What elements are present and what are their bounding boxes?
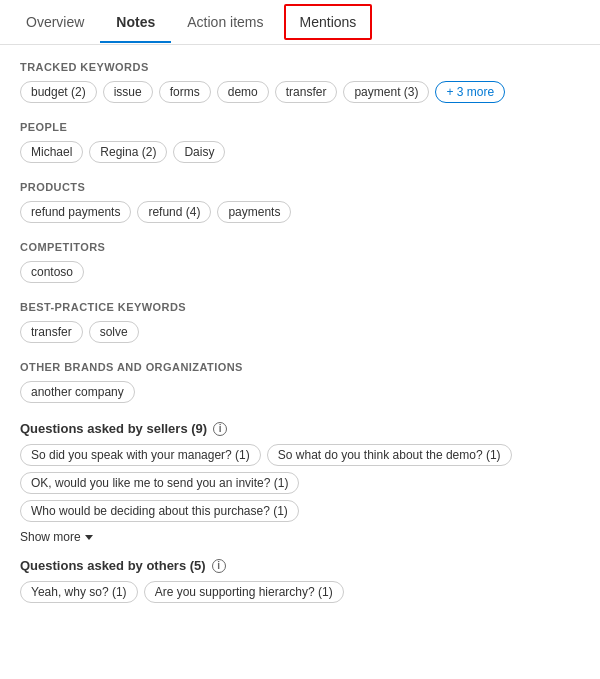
questions-sellers-header: Questions asked by sellers (9) i xyxy=(20,421,580,436)
question-tag[interactable]: OK, would you like me to send you an inv… xyxy=(20,472,299,494)
people-tags: MichaelRegina (2)Daisy xyxy=(20,141,580,163)
show-more-label: Show more xyxy=(20,530,81,544)
main-content: TRACKED KEYWORDS budget (2)issueformsdem… xyxy=(0,45,600,633)
tag[interactable]: budget (2) xyxy=(20,81,97,103)
best-practice-section: BEST-PRACTICE KEYWORDS transfersolve xyxy=(20,301,580,343)
questions-others-section: Questions asked by others (5) i Yeah, wh… xyxy=(20,558,580,603)
question-tag[interactable]: So what do you think about the demo? (1) xyxy=(267,444,512,466)
competitors-tags: contoso xyxy=(20,261,580,283)
tag[interactable]: Daisy xyxy=(173,141,225,163)
people-title: PEOPLE xyxy=(20,121,580,133)
tag[interactable]: payment (3) xyxy=(343,81,429,103)
tab-overview[interactable]: Overview xyxy=(10,2,100,42)
tag[interactable]: issue xyxy=(103,81,153,103)
tag[interactable]: transfer xyxy=(20,321,83,343)
best-practice-tags: transfersolve xyxy=(20,321,580,343)
tag[interactable]: another company xyxy=(20,381,135,403)
tag[interactable]: forms xyxy=(159,81,211,103)
competitors-section: COMPETITORS contoso xyxy=(20,241,580,283)
products-tags: refund paymentsrefund (4)payments xyxy=(20,201,580,223)
tag[interactable]: demo xyxy=(217,81,269,103)
tag[interactable]: refund (4) xyxy=(137,201,211,223)
tracked-keywords-tags: budget (2)issueformsdemotransferpayment … xyxy=(20,81,580,103)
people-section: PEOPLE MichaelRegina (2)Daisy xyxy=(20,121,580,163)
questions-others-info-icon[interactable]: i xyxy=(212,559,226,573)
products-title: PRODUCTS xyxy=(20,181,580,193)
chevron-down-icon xyxy=(85,535,93,540)
other-brands-section: OTHER BRANDS AND ORGANIZATIONS another c… xyxy=(20,361,580,403)
tracked-keywords-title: TRACKED KEYWORDS xyxy=(20,61,580,73)
tag[interactable]: contoso xyxy=(20,261,84,283)
show-more-button[interactable]: Show more xyxy=(20,530,580,544)
questions-sellers-info-icon[interactable]: i xyxy=(213,422,227,436)
questions-others-title: Questions asked by others (5) xyxy=(20,558,206,573)
tag[interactable]: payments xyxy=(217,201,291,223)
questions-sellers-tags: So did you speak with your manager? (1)S… xyxy=(20,444,580,522)
other-brands-title: OTHER BRANDS AND ORGANIZATIONS xyxy=(20,361,580,373)
question-tag[interactable]: So did you speak with your manager? (1) xyxy=(20,444,261,466)
tag[interactable]: Michael xyxy=(20,141,83,163)
questions-sellers-title: Questions asked by sellers (9) xyxy=(20,421,207,436)
questions-others-header: Questions asked by others (5) i xyxy=(20,558,580,573)
question-tag[interactable]: Are you supporting hierarchy? (1) xyxy=(144,581,344,603)
tab-action-items[interactable]: Action items xyxy=(171,2,279,42)
tag[interactable]: solve xyxy=(89,321,139,343)
other-brands-tags: another company xyxy=(20,381,580,403)
tag[interactable]: transfer xyxy=(275,81,338,103)
questions-others-tags: Yeah, why so? (1)Are you supporting hier… xyxy=(20,581,580,603)
question-tag[interactable]: Yeah, why so? (1) xyxy=(20,581,138,603)
tag[interactable]: refund payments xyxy=(20,201,131,223)
best-practice-title: BEST-PRACTICE KEYWORDS xyxy=(20,301,580,313)
questions-sellers-section: Questions asked by sellers (9) i So did … xyxy=(20,421,580,544)
tab-notes[interactable]: Notes xyxy=(100,2,171,42)
question-tag[interactable]: Who would be deciding about this purchas… xyxy=(20,500,299,522)
tag[interactable]: + 3 more xyxy=(435,81,505,103)
tab-bar: Overview Notes Action items Mentions xyxy=(0,0,600,45)
products-section: PRODUCTS refund paymentsrefund (4)paymen… xyxy=(20,181,580,223)
tracked-keywords-section: TRACKED KEYWORDS budget (2)issueformsdem… xyxy=(20,61,580,103)
tab-mentions[interactable]: Mentions xyxy=(284,4,373,40)
competitors-title: COMPETITORS xyxy=(20,241,580,253)
tag[interactable]: Regina (2) xyxy=(89,141,167,163)
